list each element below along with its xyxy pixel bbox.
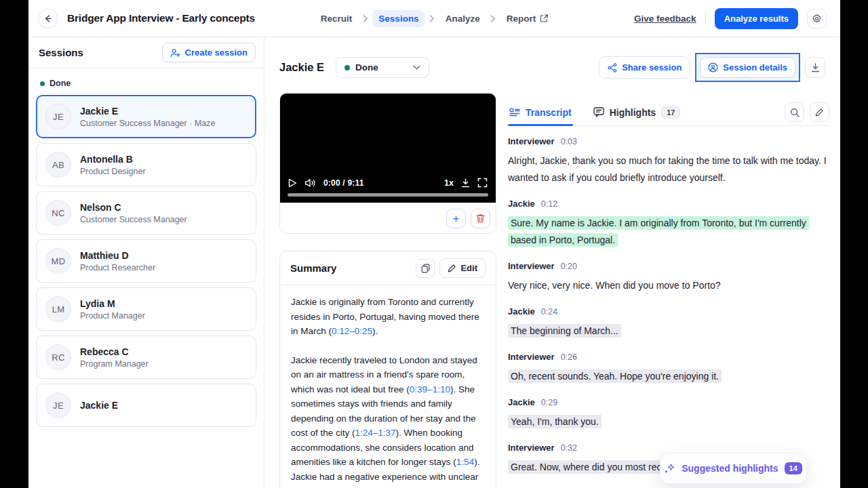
entry-text[interactable]: Alright, Jackie, thank you so much for t… (508, 152, 829, 186)
highlights-count-badge: 17 (661, 106, 680, 119)
sidebar-title: Sessions (39, 47, 83, 58)
entry-timestamp[interactable]: 0:24 (541, 307, 557, 317)
highlighted-text: Yeah, I'm, thank you. (508, 415, 601, 428)
topbar-actions: Give feedback Analyze results (634, 8, 827, 29)
summary-paragraph: Jackie is originally from Toronto and cu… (291, 295, 485, 339)
give-feedback-link[interactable]: Give feedback (634, 14, 696, 24)
entry-header: Jackie0:24 (508, 306, 829, 317)
session-list: JEJackie ECustomer Success Manager · Maz… (28, 95, 264, 427)
avatar: JE (45, 104, 71, 129)
tabs-row: TranscriptHighlights17 (508, 99, 829, 126)
external-link-icon (540, 14, 548, 22)
summary-text: Jackie is originally from Toronto and cu… (280, 285, 496, 488)
video-player[interactable]: 0:00 / 9:11 1x (280, 94, 496, 203)
analyze-results-button[interactable]: Analyze results (715, 8, 798, 29)
session-card-jackie-e[interactable]: JEJackie ECustomer Success Manager · Maz… (36, 95, 256, 138)
avatar: MD (45, 248, 71, 274)
delete-video-button[interactable] (471, 209, 490, 228)
playback-speed[interactable]: 1x (444, 178, 454, 188)
breadcrumb-recruit[interactable]: Recruit (315, 10, 359, 27)
session-role: Product Manager (80, 311, 145, 321)
session-details-label: Session details (723, 62, 787, 73)
breadcrumb-report[interactable]: Report (500, 10, 555, 27)
session-card-rebecca-c[interactable]: RCRebecca CProgram Manager (36, 336, 256, 379)
done-status-dot (40, 81, 45, 86)
tab-label: Transcript (526, 107, 572, 118)
transcript-icon (509, 108, 520, 117)
pencil-icon (815, 108, 824, 117)
play-icon[interactable] (288, 178, 297, 188)
highlights-icon (593, 107, 604, 117)
share-session-label: Share session (622, 62, 682, 73)
settings-button[interactable] (807, 9, 827, 28)
pencil-icon (448, 264, 456, 272)
divider (705, 12, 706, 24)
video-progress-bar[interactable] (288, 193, 488, 197)
entry-text[interactable]: Oh, recent sounds. Yeah. Hope you're enj… (508, 368, 829, 385)
copy-summary-button[interactable] (416, 259, 435, 278)
timestamp-link[interactable]: 0:12–0:25 (332, 326, 372, 336)
highlighted-text: The beginning of March... (508, 324, 621, 338)
summary-title: Summary (290, 262, 336, 274)
session-card-matthieu-d[interactable]: MDMatthieu DProduct Researcher (36, 239, 256, 283)
timestamp-link[interactable]: 1:54 (456, 457, 474, 467)
transcript-entry: Interviewer0:20Very nice, very nice. Whe… (508, 261, 829, 294)
add-clip-button[interactable]: + (446, 209, 466, 228)
volume-icon[interactable] (304, 178, 316, 188)
person-circle-icon (708, 62, 718, 73)
tab-label: Highlights (610, 107, 656, 118)
entry-text[interactable]: The beginning of March... (508, 323, 829, 340)
avatar: LM (45, 296, 71, 322)
speaker-name: Interviewer (508, 136, 555, 146)
download-session-button[interactable] (805, 57, 825, 78)
suggested-highlights-popup[interactable]: Suggested highlights 14 (660, 453, 806, 484)
create-session-button[interactable]: Create session (162, 43, 256, 62)
session-card-antonella-b[interactable]: ABAntonella BProduct Designer (36, 143, 256, 186)
session-header: Jackie E Done Share session Session deta… (279, 53, 825, 82)
timestamp-link[interactable]: 1:24–1:37 (355, 428, 396, 438)
speaker-name: Interviewer (508, 352, 555, 362)
search-transcript-button[interactable] (785, 102, 804, 122)
breadcrumb-label: Analyze (446, 14, 480, 24)
back-button[interactable] (38, 9, 58, 28)
done-group-text: Done (50, 79, 71, 88)
summary-header: Summary Edit (280, 251, 496, 285)
session-card-lydia-m[interactable]: LMLydia MProduct Manager (36, 287, 256, 331)
transcript-panel: TranscriptHighlights17 Interviewer0:03Al… (508, 99, 829, 488)
breadcrumb-analyze[interactable]: Analyze (439, 10, 486, 27)
session-role: Customer Success Manager (80, 215, 187, 224)
entry-timestamp[interactable]: 0:29 (541, 398, 557, 407)
breadcrumb-sessions[interactable]: Sessions (372, 10, 425, 27)
edit-summary-button[interactable]: Edit (439, 258, 486, 278)
avatar: JE (45, 392, 71, 418)
entry-text[interactable]: Sure. My name is Jackie. I am originally… (508, 215, 829, 249)
video-time: 0:00 / 9:11 (323, 178, 364, 188)
avatar: RC (45, 344, 71, 370)
tab-highlights[interactable]: Highlights17 (592, 99, 682, 125)
entry-text[interactable]: Yeah, I'm, thank you. (508, 413, 829, 430)
entry-text[interactable]: Very nice, very nice. When did you move … (508, 277, 829, 294)
session-card-nelson-c[interactable]: NCNelson CCustomer Success Manager (36, 191, 256, 235)
entry-timestamp[interactable]: 0:03 (561, 137, 577, 146)
entry-timestamp[interactable]: 0:32 (561, 443, 577, 453)
entry-header: Interviewer0:20 (508, 261, 829, 271)
highlighted-text: Oh, recent sounds. Yeah. Hope you're enj… (508, 369, 722, 383)
fullscreen-icon[interactable] (477, 178, 488, 188)
edit-transcript-button[interactable] (810, 102, 829, 122)
session-card-jackie-e[interactable]: JEJackie E (36, 384, 256, 427)
video-download-icon[interactable] (461, 178, 470, 188)
entry-timestamp[interactable]: 0:12 (541, 199, 557, 209)
copy-icon (421, 264, 430, 273)
plain-text: Alright, Jackie, thank you so much for t… (508, 155, 827, 183)
sessions-sidebar: Sessions Create session Done JEJackie EC… (28, 37, 264, 488)
entry-timestamp[interactable]: 0:20 (561, 262, 577, 271)
entry-timestamp[interactable]: 0:26 (561, 352, 577, 362)
session-title: Jackie E (279, 61, 324, 74)
status-dropdown[interactable]: Done (336, 57, 429, 78)
timestamp-link[interactable]: 0:39–1:10 (410, 384, 450, 394)
session-details-button[interactable]: Session details (700, 57, 795, 78)
breadcrumb-label: Sessions (378, 14, 418, 24)
trash-icon (476, 214, 485, 223)
tab-transcript[interactable]: Transcript (508, 99, 573, 125)
share-session-button[interactable]: Share session (599, 56, 690, 79)
